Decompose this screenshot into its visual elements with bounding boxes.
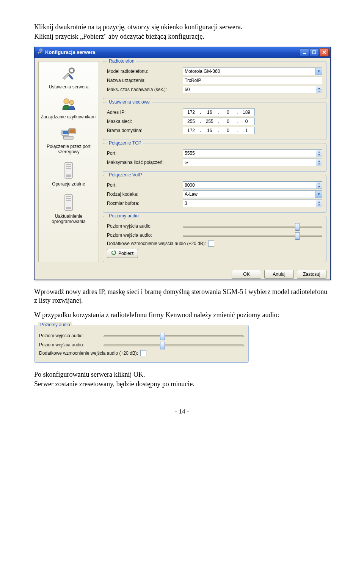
window-titlebar[interactable]: Konfiguracja serwera [35,47,330,58]
window-title: Konfiguracja serwera [45,49,300,55]
intro-line-1: Kliknij dwukrotnie na tą pozycję, otworz… [34,23,330,31]
ip-octet[interactable]: 0 [221,110,234,115]
spin-up-icon[interactable]: ▲ [316,150,322,154]
svg-rect-20 [66,198,71,199]
model-label: Model radiotelefonu: [107,69,183,74]
network-group: Ustawienia sieciowe Adres IP: 172. 16. 0… [103,102,326,140]
ip-octet[interactable]: 0 [240,119,253,124]
slider-thumb[interactable] [295,232,300,240]
sidebar-item-user-management[interactable]: Zarządzanie użytkownikami [39,94,98,124]
ip-octet[interactable]: 1 [240,128,253,133]
voip-port-input[interactable] [183,181,316,189]
model-dropdown[interactable]: ▼ [183,68,322,75]
spin-down-icon[interactable]: ▼ [316,203,322,207]
maxtx-spinner[interactable]: ▲▼ [183,86,322,93]
buffer-spinner[interactable]: ▲▼ [183,200,322,207]
buffer-input[interactable] [183,200,316,207]
ip-octet[interactable]: 172 [185,110,198,115]
ip-octet[interactable]: 0 [221,128,234,133]
audio-out-slider[interactable] [183,222,322,230]
intro-line-2: Kliknij przycisk „Pobierz" aby odczytać … [34,32,330,41]
mask-input[interactable]: 255. 255. 0. 0 [183,118,255,125]
ip-octet[interactable]: 16 [203,128,216,133]
maxtx-input[interactable] [183,86,316,93]
gateway-input[interactable]: 172. 16. 0. 1 [183,127,255,134]
ip-octet[interactable]: 189 [240,110,253,115]
zastosuj-button[interactable]: Zastosuj [297,270,326,279]
gain-checkbox[interactable] [208,241,214,247]
maximize-button[interactable] [310,48,319,57]
spin-up-icon[interactable]: ▲ [316,182,322,186]
audio-in-label: Poziom wejścia audio: [107,233,183,238]
spin-down-icon[interactable]: ▼ [316,162,322,166]
slider-thumb[interactable] [160,342,165,349]
sidebar-item-remote-ops[interactable]: Operacje zdalne [39,159,98,191]
audio-out-label: Poziom wyjścia audio: [39,333,104,338]
after-paragraph-3: Po skonfigurowaniu serwera kliknij OK. [34,370,330,379]
svg-rect-16 [66,168,71,169]
after-paragraph-2: W przypadku korzystania z radiotelefonu … [34,311,330,319]
tcp-port-input[interactable] [183,149,316,157]
server-tower-icon [40,162,97,180]
spin-up-icon[interactable]: ▲ [316,86,322,90]
spin-up-icon[interactable]: ▲ [316,200,322,204]
anuluj-button[interactable]: Anuluj [264,270,294,279]
maxconn-input[interactable] [183,159,316,166]
sidebar-item-update[interactable]: Uaktualnienie oprogramowania [39,192,98,228]
audio-in-slider[interactable] [183,231,322,239]
slider-thumb[interactable] [295,223,300,231]
audio-group: Poziomy audio Poziom wyjścia audio: Pozi… [103,216,326,262]
model-value[interactable] [183,68,322,75]
chevron-down-icon: ▼ [315,68,322,75]
chevron-down-icon: ▼ [315,191,322,198]
users-icon [40,97,97,113]
spin-up-icon[interactable]: ▲ [316,159,322,163]
group-legend: Połączenie VoIP [107,172,144,178]
ip-octet[interactable]: 16 [203,110,216,115]
gain-checkbox[interactable] [140,350,146,356]
gain-label: Dodatkowe wzmocnienie wejścia audio (+20… [107,241,206,246]
tools-icon [37,49,43,56]
ip-input[interactable]: 172. 16. 0. 189 [183,108,255,116]
voip-port-spinner[interactable]: ▲▼ [183,181,322,189]
codec-dropdown[interactable]: ▼ [183,190,322,198]
ip-octet[interactable]: 172 [185,128,198,133]
codec-value[interactable] [183,190,322,198]
tcp-port-spinner[interactable]: ▲▼ [183,149,322,157]
ip-octet[interactable]: 255 [185,119,198,124]
ip-octet[interactable]: 255 [203,119,216,124]
audio-out-slider[interactable] [104,332,244,340]
tcp-port-label: Port: [107,151,183,156]
pobierz-label: Pobierz [118,251,134,256]
minimize-button[interactable] [300,48,309,57]
server-tower-icon [40,194,97,212]
spin-down-icon[interactable]: ▼ [316,185,322,189]
sidebar-item-server-settings[interactable]: Ustawienia serwera [39,64,98,94]
pobierz-button[interactable]: Pobierz [107,249,138,258]
svg-rect-5 [69,74,73,79]
svg-point-6 [64,99,69,104]
svg-rect-2 [303,53,306,54]
window-control-buttons [300,48,329,57]
buffer-label: Rozmiar bufora: [107,201,183,206]
sidebar-item-serial-connection[interactable]: Połączenie przez port szeregowy [39,124,98,159]
svg-rect-11 [69,129,75,133]
spin-down-icon[interactable]: ▼ [316,90,322,93]
ip-octet[interactable]: 0 [221,119,234,124]
refresh-icon [111,250,116,256]
audio-in-slider[interactable] [104,341,244,349]
maxconn-spinner[interactable]: ▲▼ [183,159,322,166]
codec-label: Rodzaj kodeka: [107,192,183,197]
group-legend: Radiotelefon [107,58,136,64]
sidebar-item-label: Połączenie przez port szeregowy [40,144,97,155]
sidebar: Ustawienia serwera Zarządzanie użytkowni… [38,61,99,262]
server-config-window: Konfiguracja serwera [34,47,331,280]
ok-button[interactable]: OK [232,270,261,279]
svg-rect-19 [66,196,71,197]
close-button[interactable] [320,48,329,57]
spin-down-icon[interactable]: ▼ [316,153,322,157]
slider-thumb[interactable] [160,333,165,340]
device-name-input[interactable] [183,77,322,84]
group-legend: Ustawienia sieciowe [107,99,152,105]
sidebar-item-label: Operacje zdalne [40,182,97,187]
